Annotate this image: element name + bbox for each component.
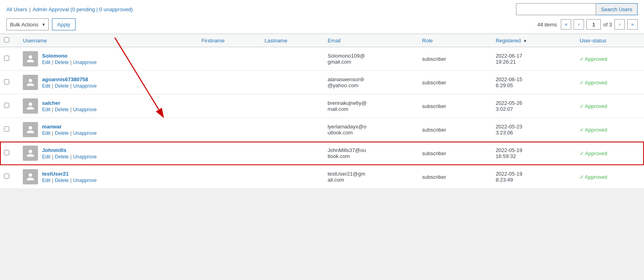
firstname-cell [198,71,261,94]
avatar [23,122,38,137]
row-checkbox[interactable] [4,103,9,108]
role-cell: subscriber [418,94,492,118]
user-info: agoannis67380758Edit | Delete | Unapprov… [42,76,96,89]
username-link[interactable]: agoannis67380758 [42,76,96,82]
sort-arrow-registered: ▼ [523,39,527,43]
action-edit[interactable]: Edit [42,178,50,183]
action-unapprove[interactable]: Unapprove [73,83,97,89]
action-edit[interactable]: Edit [42,154,50,160]
col-status-header[interactable]: User-status [576,34,644,47]
email-cell: testUser21@gm ail.com [324,165,418,189]
action-delete[interactable]: Delete [55,178,69,183]
user-cell-td: JohnmillsEdit | Delete | Unapprove [19,142,197,165]
status-cell: ✓Approved [576,71,644,94]
col-lastname-header[interactable]: Lastname [260,34,324,47]
action-edit[interactable]: Edit [42,60,50,65]
action-delete[interactable]: Delete [55,83,69,89]
action-separator: | [52,107,53,112]
lastname-cell [260,165,324,189]
next-page-btn[interactable]: › [614,19,625,30]
lastname-cell [260,142,324,165]
user-actions: Edit | Delete | Unapprove [42,107,96,112]
table-row: JohnmillsEdit | Delete | Unapprove JohnM… [0,142,644,165]
row-checkbox-cell [0,142,19,165]
action-edit[interactable]: Edit [42,107,50,112]
table-row: manwarEdit | Delete | Unapprovelyerlamad… [0,118,644,142]
user-info: JohnmillsEdit | Delete | Unapprove [42,147,96,160]
row-checkbox[interactable] [4,174,9,179]
email-cell: lyerlamadayx@o utlook.com [324,118,418,142]
page-input[interactable] [586,19,601,30]
row-checkbox[interactable] [4,79,9,84]
table-header-row: Username Firstname Lastname Email Role R… [0,34,644,47]
col-username-header[interactable]: Username [19,34,197,47]
action-edit[interactable]: Edit [42,83,50,89]
user-info: salcherEdit | Delete | Unapprove [42,100,96,112]
table-row: salcherEdit | Delete | Unapprovebrennaku… [0,94,644,118]
role-cell: subscriber [418,142,492,165]
action-unapprove[interactable]: Unapprove [73,178,97,183]
search-button[interactable]: Search Users [596,3,638,15]
lastname-cell [260,47,324,71]
action-separator: | [70,154,72,160]
status-approved: ✓Approved [580,80,607,86]
check-icon: ✓ [580,150,584,156]
bulk-actions-select[interactable]: Bulk Actions [6,18,49,30]
role-cell: subscriber [418,71,492,94]
top-bar: All Users | Admin Approval (0 pending | … [0,0,644,15]
action-unapprove[interactable]: Unapprove [73,154,97,160]
select-all-checkbox[interactable] [4,37,9,42]
action-edit[interactable]: Edit [42,130,50,136]
search-input[interactable] [516,3,596,15]
user-cell: agoannis67380758Edit | Delete | Unapprov… [23,75,193,90]
user-cell: salcherEdit | Delete | Unapprove [23,98,193,114]
avatar [23,51,38,66]
admin-approval-link[interactable]: Admin Approval (0 pending | 0 unapproved… [32,6,133,12]
action-delete[interactable]: Delete [55,130,69,136]
registered-cell: 2022-05-19 8:23:49 [492,165,576,189]
user-actions: Edit | Delete | Unapprove [42,130,96,136]
action-delete[interactable]: Delete [55,154,69,160]
col-registered-header[interactable]: Registered ▼ [492,34,576,47]
lastname-cell [260,118,324,142]
nav-separator: | [29,6,30,12]
first-page-btn[interactable]: « [561,19,571,30]
action-delete[interactable]: Delete [55,60,69,65]
last-page-btn[interactable]: » [627,19,638,30]
all-users-link[interactable]: All Users [6,6,27,12]
status-approved: ✓Approved [580,56,607,62]
registered-cell: 2022-05-23 3:23:06 [492,118,576,142]
action-separator: | [70,130,72,136]
username-link[interactable]: manwar [42,124,96,130]
avatar [23,169,38,184]
email-cell: Solomono109@ gmail.com [324,47,418,71]
col-email-header[interactable]: Email [324,34,418,47]
row-checkbox[interactable] [4,126,9,132]
registered-cell: 2022-05-19 16:59:32 [492,142,576,165]
action-unapprove[interactable]: Unapprove [73,107,97,112]
role-cell: subscriber [418,165,492,189]
row-checkbox[interactable] [4,150,9,155]
table-row: testUser21Edit | Delete | UnapprovetestU… [0,165,644,189]
row-checkbox[interactable] [4,56,9,61]
user-info: testUser21Edit | Delete | Unapprove [42,171,96,183]
col-role-header[interactable]: Role [418,34,492,47]
username-link[interactable]: Solomono [42,53,96,59]
apply-button[interactable]: Apply [52,18,76,30]
username-link[interactable]: testUser21 [42,171,96,177]
user-cell-td: agoannis67380758Edit | Delete | Unapprov… [19,71,197,94]
user-cell: manwarEdit | Delete | Unapprove [23,122,193,137]
prev-page-btn[interactable]: ‹ [574,19,584,30]
username-link[interactable]: Johnmills [42,147,96,153]
col-firstname-header[interactable]: Firstname [198,34,261,47]
user-cell: SolomonoEdit | Delete | Unapprove [23,51,193,66]
username-link[interactable]: salcher [42,100,96,106]
user-info: manwarEdit | Delete | Unapprove [42,124,96,136]
action-unapprove[interactable]: Unapprove [73,130,97,136]
action-unapprove[interactable]: Unapprove [73,60,97,65]
action-delete[interactable]: Delete [55,107,69,112]
user-cell-td: manwarEdit | Delete | Unapprove [19,118,197,142]
status-approved: ✓Approved [580,103,607,109]
table-body: SolomonoEdit | Delete | UnapproveSolomon… [0,47,644,189]
firstname-cell [198,47,261,71]
